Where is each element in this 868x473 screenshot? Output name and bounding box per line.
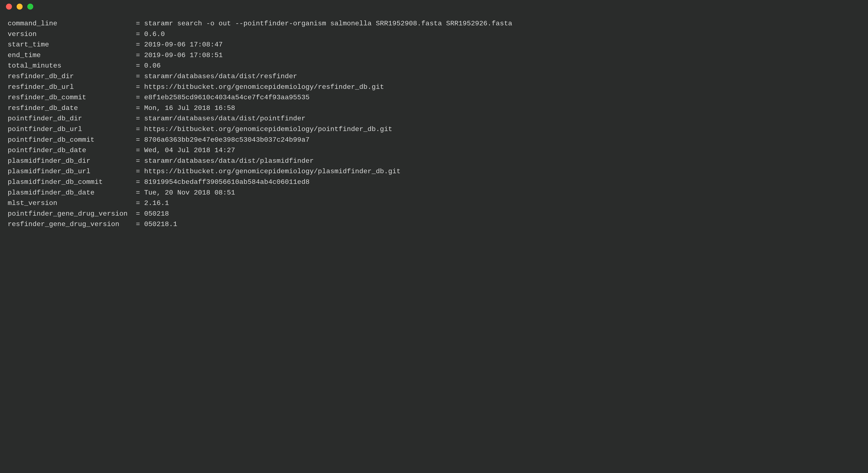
setting-key: resfinder_db_date [8, 103, 132, 114]
equals-separator: = [132, 198, 144, 209]
equals-separator: = [132, 145, 144, 156]
output-line: total_minutes = 0.06 [8, 61, 860, 71]
setting-key: resfinder_db_commit [8, 92, 132, 103]
setting-value: Mon, 16 Jul 2018 16:58 [144, 103, 235, 114]
setting-key: pointfinder_db_date [8, 145, 132, 156]
setting-value: e8f1eb2585cd9610c4034a54ce7fc4f93aa95535 [144, 92, 310, 103]
equals-separator: = [132, 219, 144, 230]
setting-value: https://bitbucket.org/genomicepidemiolog… [144, 166, 401, 177]
close-icon[interactable] [6, 4, 12, 9]
equals-separator: = [132, 188, 144, 198]
setting-key: end_time [8, 50, 132, 61]
equals-separator: = [132, 71, 144, 82]
setting-value: 2.16.1 [144, 198, 169, 209]
output-line: start_time = 2019-09-06 17:08:47 [8, 39, 860, 50]
setting-key: pointfinder_db_commit [8, 135, 132, 145]
equals-separator: = [132, 124, 144, 135]
setting-value: Tue, 20 Nov 2018 08:51 [144, 188, 235, 198]
output-line: plasmidfinder_db_url = https://bitbucket… [8, 166, 860, 177]
window-titlebar [0, 0, 868, 13]
equals-separator: = [132, 92, 144, 103]
zoom-icon[interactable] [27, 4, 33, 9]
setting-key: plasmidfinder_db_date [8, 188, 132, 198]
output-line: pointfinder_db_date = Wed, 04 Jul 2018 1… [8, 145, 860, 156]
equals-separator: = [132, 18, 144, 29]
setting-value: 050218 [144, 209, 169, 219]
output-line: pointfinder_db_dir = staramr/databases/d… [8, 113, 860, 124]
setting-value: 8706a6363bb29e47e0e398c53043b037c24b99a7 [144, 135, 310, 145]
setting-key: plasmidfinder_db_commit [8, 177, 132, 188]
setting-value: Wed, 04 Jul 2018 14:27 [144, 145, 235, 156]
output-line: pointfinder_db_url = https://bitbucket.o… [8, 124, 860, 135]
equals-separator: = [132, 61, 144, 71]
setting-key: plasmidfinder_db_dir [8, 156, 132, 166]
output-line: plasmidfinder_db_commit = 81919954cbedaf… [8, 177, 860, 188]
output-line: mlst_version = 2.16.1 [8, 198, 860, 209]
output-line: resfinder_db_dir = staramr/databases/dat… [8, 71, 860, 82]
setting-value: 2019-09-06 17:08:51 [144, 50, 223, 61]
setting-value: 2019-09-06 17:08:47 [144, 39, 223, 50]
output-line: command_line = staramr search -o out --p… [8, 18, 860, 29]
equals-separator: = [132, 166, 144, 177]
output-line: resfinder_db_date = Mon, 16 Jul 2018 16:… [8, 103, 860, 114]
setting-key: resfinder_db_dir [8, 71, 132, 82]
setting-key: plasmidfinder_db_url [8, 166, 132, 177]
minimize-icon[interactable] [17, 4, 23, 9]
setting-key: pointfinder_gene_drug_version [8, 209, 132, 219]
setting-value: 050218.1 [144, 219, 177, 230]
output-line: version = 0.6.0 [8, 29, 860, 40]
output-line: plasmidfinder_db_date = Tue, 20 Nov 2018… [8, 188, 860, 198]
setting-key: total_minutes [8, 61, 132, 71]
equals-separator: = [132, 39, 144, 50]
setting-value: 81919954cbedaff39056610ab584ab4c06011ed8 [144, 177, 310, 188]
setting-key: resfinder_db_url [8, 82, 132, 92]
equals-separator: = [132, 103, 144, 114]
setting-key: version [8, 29, 132, 40]
output-line: resfinder_gene_drug_version = 050218.1 [8, 219, 860, 230]
output-line: pointfinder_gene_drug_version = 050218 [8, 209, 860, 219]
setting-key: pointfinder_db_dir [8, 113, 132, 124]
equals-separator: = [132, 177, 144, 188]
output-line: end_time = 2019-09-06 17:08:51 [8, 50, 860, 61]
setting-value: 0.06 [144, 61, 161, 71]
setting-key: command_line [8, 18, 132, 29]
terminal-output[interactable]: command_line = staramr search -o out --p… [0, 13, 868, 243]
setting-value: https://bitbucket.org/genomicepidemiolog… [144, 124, 392, 135]
setting-value: staramr/databases/data/dist/plasmidfinde… [144, 156, 314, 166]
setting-key: pointfinder_db_url [8, 124, 132, 135]
setting-key: mlst_version [8, 198, 132, 209]
setting-value: 0.6.0 [144, 29, 165, 40]
setting-key: start_time [8, 39, 132, 50]
equals-separator: = [132, 29, 144, 40]
setting-value: staramr search -o out --pointfinder-orga… [144, 18, 512, 29]
setting-value: staramr/databases/data/dist/pointfinder [144, 113, 306, 124]
setting-value: staramr/databases/data/dist/resfinder [144, 71, 297, 82]
equals-separator: = [132, 113, 144, 124]
equals-separator: = [132, 82, 144, 92]
terminal-window: command_line = staramr search -o out --p… [0, 0, 868, 473]
equals-separator: = [132, 156, 144, 166]
output-line: resfinder_db_url = https://bitbucket.org… [8, 82, 860, 92]
equals-separator: = [132, 209, 144, 219]
output-line: resfinder_db_commit = e8f1eb2585cd9610c4… [8, 92, 860, 103]
output-line: pointfinder_db_commit = 8706a6363bb29e47… [8, 135, 860, 145]
equals-separator: = [132, 135, 144, 145]
output-line: plasmidfinder_db_dir = staramr/databases… [8, 156, 860, 166]
equals-separator: = [132, 50, 144, 61]
setting-value: https://bitbucket.org/genomicepidemiolog… [144, 82, 384, 92]
setting-key: resfinder_gene_drug_version [8, 219, 132, 230]
